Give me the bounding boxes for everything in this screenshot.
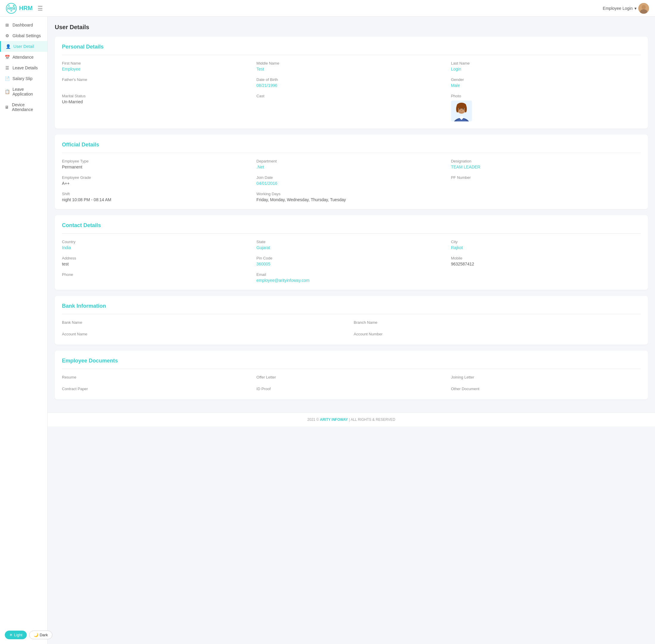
device-icon: 🖥 [5,105,9,110]
dob-field: Date of Birth 08/21/1996 [256,77,446,88]
sidebar-item-label: Salary Slip [13,76,32,81]
department-field: Department .Net [256,159,446,169]
svg-point-3 [13,5,15,7]
id-proof-field: ID Proof [256,387,446,392]
address-field: Address test [62,256,252,266]
official-fields-grid: Employee Type Permanent Department .Net … [62,159,641,202]
fathers-name-field: Father's Name [62,77,252,88]
dashboard-icon: ⊞ [5,23,9,27]
svg-point-6 [641,5,646,9]
official-details-card: Official Details Employee Type Permanent… [55,135,648,209]
svg-point-2 [8,5,10,7]
joining-letter-field: Joining Letter [451,375,641,381]
sidebar-item-user-detail[interactable]: 👤 User Detail [0,41,47,52]
emp-grade-field: Employee Grade A++ [62,175,252,186]
svg-point-15 [459,108,460,110]
join-date-field: Join Date 04/01/2016 [256,175,446,186]
marital-status-field: Marital Status Un-Married [62,94,252,121]
hrm-logo-icon: HRM [6,3,17,14]
page-title: User Details [55,24,648,31]
top-bar-left: HRM HRM ☰ [6,3,43,14]
sidebar-item-leave-details[interactable]: ☰ Leave Details [0,63,47,73]
bank-divider [62,314,641,314]
official-details-title: Official Details [62,142,641,148]
footer-company-link[interactable]: ARITY INFOWAY [320,417,348,422]
footer: 2021 © ARITY INFOWAY | ALL RIGHTS & RESE… [48,412,655,427]
middle-name-field: Middle Name Test [256,61,446,71]
city-field: City Rajkot [451,239,641,250]
shift-field: Shift night 10:08 PM - 08:14 AM [62,192,252,202]
gender-field: Gender Male [451,77,641,88]
attendance-icon: 📅 [5,55,9,60]
logo-text: HRM [19,5,33,12]
sidebar-item-label: Attendance [13,55,33,60]
personal-details-card: Personal Details First Name Employee Mid… [55,37,648,129]
top-bar: HRM HRM ☰ Employee Login ▾ [0,0,655,17]
employee-documents-card: Employee Documents Resume Offer Letter J… [55,350,648,399]
sidebar-item-label: User Detail [14,44,34,49]
personal-divider [62,55,641,55]
employee-login-button[interactable]: Employee Login ▾ [603,3,649,14]
resume-field: Resume [62,375,252,381]
account-name-field: Account Name [62,332,349,338]
sidebar-item-dashboard[interactable]: ⊞ Dashboard [0,20,47,30]
sidebar-item-label: Global Settings [13,33,41,38]
sidebar: ⊞ Dashboard ⚙ Global Settings 👤 User Det… [0,17,48,427]
phone-field: Phone [62,272,252,283]
personal-details-title: Personal Details [62,44,641,50]
svg-point-14 [465,105,467,113]
sidebar-item-salary-slip[interactable]: 📄 Salary Slip [0,73,47,84]
branch-name-field: Branch Name [354,320,641,326]
svg-point-17 [461,110,462,111]
logo-area: HRM HRM [6,3,33,14]
contact-divider [62,233,641,234]
sidebar-item-attendance[interactable]: 📅 Attendance [0,52,47,63]
bank-fields-grid: Bank Name Branch Name Account Name Accou… [62,320,641,338]
sidebar-item-label: Leave Details [13,66,38,70]
sidebar-item-label: Leave Application [13,87,43,96]
first-name-field: First Name Employee [62,61,252,71]
salary-icon: 📄 [5,76,9,81]
gear-icon: ⚙ [5,33,9,38]
sidebar-item-device-attendance[interactable]: 🖥 Device Attendance [0,99,47,115]
svg-point-13 [456,105,458,113]
bank-name-field: Bank Name [62,320,349,326]
pf-number-field: PF Number [451,175,641,186]
user-icon: 👤 [6,44,10,49]
top-bar-right: Employee Login ▾ [603,3,649,14]
designation-field: Designation TEAM LEADER [451,159,641,169]
main-content: User Details Personal Details First Name… [48,17,655,412]
mobile-field: Mobile 9632587412 [451,256,641,266]
sidebar-item-label: Dashboard [13,23,33,27]
last-name-field: Last Name Login [451,61,641,71]
svg-point-16 [463,108,464,110]
dropdown-arrow-icon: ▾ [634,6,636,11]
emp-type-field: Employee Type Permanent [62,159,252,169]
cast-field: Cast [256,94,446,121]
hamburger-icon[interactable]: ☰ [38,5,43,12]
other-document-field: Other Document [451,387,641,392]
contact-details-title: Contact Details [62,222,641,229]
documents-divider [62,369,641,369]
personal-fields-grid: First Name Employee Middle Name Test Las… [62,61,641,121]
working-days-field: Working Days Friday, Monday, Wednesday, … [256,192,641,202]
state-field: State Gujarat [256,239,446,250]
avatar [638,3,649,14]
official-divider [62,153,641,153]
sidebar-item-leave-application[interactable]: 📋 Leave Application [0,84,47,99]
documents-title: Employee Documents [62,358,641,364]
documents-fields-grid: Resume Offer Letter Joining Letter Contr… [62,375,641,392]
contact-fields-grid: Country India State Gujarat City Rajkot … [62,239,641,283]
sidebar-item-global-settings[interactable]: ⚙ Global Settings [0,30,47,41]
pincode-field: Pin Code 360005 [256,256,446,266]
leave-app-icon: 📋 [5,89,9,94]
offer-letter-field: Offer Letter [256,375,446,381]
contact-details-card: Contact Details Country India State Guja… [55,215,648,290]
leave-details-icon: ☰ [5,66,9,70]
employee-photo [451,100,472,121]
sidebar-item-label: Device Attendance [12,102,43,112]
contract-paper-field: Contract Paper [62,387,252,392]
bank-info-title: Bank Information [62,303,641,309]
country-field: Country India [62,239,252,250]
account-number-field: Account Number [354,332,641,338]
